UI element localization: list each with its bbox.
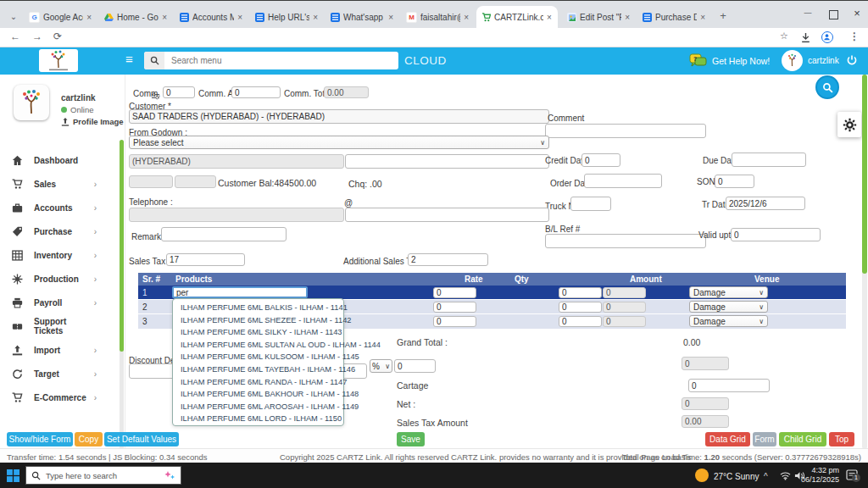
copy-button[interactable]: Copy [75,432,103,446]
show-hide-form-button[interactable]: Show/hide Form [7,432,73,446]
venue-select[interactable]: Damage∨ [689,315,768,327]
sidebar-item-dashboard[interactable]: Dashboard [0,148,119,172]
suggestion-item[interactable]: ILHAM PERFUME 6ML SILKY - ILHAM - 1143 [173,326,343,339]
rate-input[interactable] [433,302,476,313]
sidebar-item-support-tickets[interactable]: Support Tickets [0,314,119,338]
valid-upto-input[interactable] [731,228,821,241]
clock-date[interactable]: 06/12/2025 [800,475,839,484]
suggestion-item[interactable]: ILHAM PERFUME 6ML TAYEBAH - ILHAM - 1146 [173,363,343,376]
bookmark-star-icon[interactable]: ☆ [780,30,788,42]
sales-tax-input[interactable] [166,253,245,266]
rate-input[interactable] [433,316,476,327]
top-button[interactable]: Top [829,432,854,446]
browser-tab-active[interactable]: CARTZLink.com × [476,6,558,29]
tab-search-button[interactable]: ⌄ [6,9,21,25]
sidebar-item-inventory[interactable]: Inventory› [0,243,119,267]
tab-close-icon[interactable]: × [625,13,630,22]
discount-pct-input[interactable] [394,359,436,373]
new-tab-button[interactable]: + [716,9,730,23]
clock-time[interactable]: 4:32 pm [807,466,839,474]
back-button[interactable]: ← [10,30,20,42]
discount-type-select[interactable]: %∨ [370,359,392,373]
profile-avatar-icon[interactable] [821,31,833,43]
comment-input[interactable] [545,124,706,138]
suggestion-item[interactable]: ILHAM PERFUME 6ML AROOSAH - ILHAM - 1149 [173,401,343,413]
godown-select[interactable]: Please select∨ [129,136,549,149]
bl-ref-input[interactable] [545,234,706,248]
sidebar-item-production[interactable]: Production› [0,267,119,291]
truck-no-input[interactable] [570,197,611,211]
tab-close-icon[interactable]: × [388,13,393,22]
tab-close-icon[interactable]: × [547,13,552,22]
browser-tab[interactable]: What'sapp Sal × [326,6,398,29]
window-maximize-button[interactable] [829,10,838,19]
tab-close-icon[interactable]: × [313,13,318,22]
browser-tab[interactable]: Home - Googl × [99,6,172,29]
profile-image[interactable] [14,85,49,120]
tab-close-icon[interactable]: × [700,13,705,22]
tab-close-icon[interactable]: × [464,13,469,22]
qty-input[interactable] [559,302,602,313]
son-input[interactable] [715,175,754,188]
menu-search-box[interactable] [144,52,398,69]
floating-search-button[interactable] [815,75,839,99]
customer-input[interactable] [129,109,549,124]
get-help-link[interactable]: Get Help Now! [712,56,770,66]
app-logo[interactable] [39,49,78,72]
tab-close-icon[interactable]: × [86,13,92,22]
profile-image-upload[interactable]: Profile Image [61,117,124,126]
logout-power-icon[interactable] [846,54,858,66]
download-icon[interactable] [800,32,811,43]
sidebar-item-ecommerce[interactable]: E-Commerce› [0,385,119,409]
start-button[interactable] [7,469,19,482]
browser-tab[interactable]: Accounts Mast × [175,6,248,29]
wifi-icon[interactable] [780,471,791,480]
user-avatar[interactable] [782,50,803,71]
window-minimize-button[interactable]: — [795,8,821,17]
tr-date-input[interactable] [726,197,805,210]
cartage-input[interactable] [688,379,770,392]
weather-sun-icon[interactable] [695,469,709,482]
sidebar-item-sales[interactable]: Sales› [0,172,119,196]
comm-amt-input[interactable] [231,86,281,98]
menu-search-input[interactable] [164,55,398,66]
browser-tab[interactable]: Help URL's for × [250,6,323,29]
suggestion-item[interactable]: ILHAM PERFUME 6ML SHEZEE - ILHAM - 1142 [173,314,343,327]
tab-close-icon[interactable]: × [237,13,242,22]
page-scrollbar-thumb[interactable] [862,75,867,274]
sidebar-item-purchase[interactable]: Purchase› [0,219,119,243]
additional-sales-tax-input[interactable] [408,253,488,266]
forward-button[interactable]: → [32,30,42,42]
sidebar-item-import[interactable]: Import› [0,338,119,362]
sidebar-item-target[interactable]: Target› [0,362,119,385]
save-button[interactable]: Save [397,432,425,446]
browser-tab[interactable]: G Google Accou × [24,6,97,29]
venue-select[interactable]: Damage∨ [689,286,768,298]
remarks-input[interactable] [161,227,287,241]
sidebar-item-payroll[interactable]: Payroll› [0,291,119,314]
sidebar-item-accounts[interactable]: Accounts› [0,196,119,219]
taskbar-search-box[interactable]: Type here to search [25,466,181,485]
window-close-button[interactable]: × [850,7,864,19]
tray-expand-caret[interactable]: ^ [764,472,768,481]
help-chat-icon[interactable]: ? [689,53,708,69]
suggestion-item[interactable]: ILHAM PERFUME 6ML BALKIS - ILHAM - 1141 [173,302,343,314]
data-grid-button[interactable]: Data Grid [705,432,750,446]
browser-tab[interactable]: Edit Post "Pur × [562,6,635,29]
suggestion-item[interactable]: ILHAM PERFUME 6ML SULTAN AL OUD - ILHAM … [173,339,343,352]
credit-days-input[interactable] [581,153,620,167]
comm-pct-input[interactable] [163,86,195,98]
suggestion-item[interactable]: ILHAM PERFUME 6ML BAKHOUR - ILHAM - 1148 [173,388,343,401]
notification-center-icon[interactable]: 1 [846,469,858,480]
venue-select[interactable]: Damage∨ [689,301,768,313]
city-extra-input[interactable] [345,154,549,169]
order-date-input[interactable] [584,174,662,188]
weather-text[interactable]: 27°C Sunny [714,472,759,481]
child-grid-button[interactable]: Child Grid [779,432,826,446]
tab-close-icon[interactable]: × [162,13,167,22]
suggestion-item[interactable]: ILHAM PERFUME 6ML RANDA - ILHAM - 1147 [173,376,343,389]
browser-tab[interactable]: M faisaltahir@ca × [401,6,474,29]
settings-gear-button[interactable] [837,112,861,137]
suggestion-item[interactable]: ILHAM PERFUME 6ML KULSOOM - ILHAM - 1145 [173,351,343,363]
rate-input[interactable] [433,287,476,298]
